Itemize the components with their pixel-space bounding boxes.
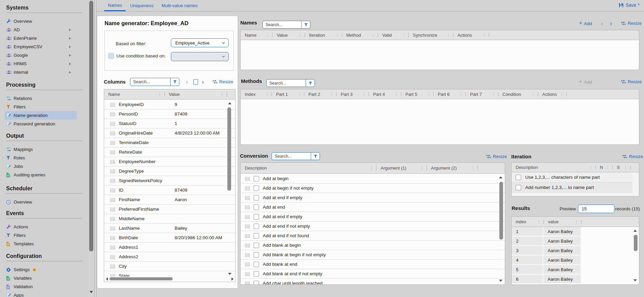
column-header-index[interactable]: Index⋮ — [241, 89, 272, 99]
conversion-scrollbar-thumb[interactable] — [499, 182, 503, 240]
conversion-search-input[interactable]: Search... — [272, 152, 320, 160]
drag-handle-icon[interactable] — [245, 272, 250, 276]
drag-handle-icon[interactable] — [245, 243, 250, 247]
drag-handle-icon[interactable] — [110, 236, 115, 240]
column-row-lastname[interactable]: LastName Bailey — [104, 224, 235, 233]
tab-names[interactable]: Names — [104, 0, 126, 11]
column-row-signednetworkpolicy[interactable]: SignedNetworkPolicy — [104, 176, 235, 186]
conversion-row[interactable]: Add char until length reached — [241, 279, 505, 284]
names-resize-button[interactable]: Resize — [621, 21, 642, 26]
sidebar-item-mappings[interactable]: Mappings — [5, 145, 77, 154]
sidebar-item-employeecsv[interactable]: EmployeeCSV — [5, 42, 77, 51]
column-header-name[interactable]: Name⋮ — [104, 89, 165, 99]
conversion-row[interactable]: Add blank at begin — [241, 241, 505, 250]
column-header-argument-2-[interactable]: Argument (2)⋮ — [427, 163, 478, 173]
sidebar-item-filters[interactable]: Filters — [5, 231, 77, 240]
column-header-condition[interactable]: Condition⋮ — [498, 89, 538, 99]
sidebar-scrollbar-thumb[interactable] — [89, 1, 93, 251]
filter-icon[interactable] — [170, 78, 179, 86]
drag-handle-icon[interactable] — [110, 217, 115, 221]
result-row[interactable]: 1 Aaron Bailey — [512, 227, 639, 237]
drag-handle-icon[interactable] — [110, 169, 115, 173]
column-header-method[interactable]: Method⋮ — [342, 30, 378, 40]
sidebar-item-edenprairie[interactable]: EdenPrairie — [5, 34, 77, 42]
iteration-row[interactable]: Add number 1,2,3,... to name part — [512, 182, 632, 193]
column-row-firstname[interactable]: FirstName Aaron — [104, 195, 235, 205]
conversion-checkbox[interactable] — [254, 186, 259, 191]
column-header-part-6[interactable]: Part 6⋮ — [434, 89, 466, 99]
column-menu-icon[interactable]: ⋮ — [420, 166, 424, 170]
column-menu-icon[interactable]: ⋮ — [158, 92, 162, 97]
column-row-id[interactable]: ID 87409 — [104, 186, 235, 195]
drag-handle-icon[interactable] — [245, 186, 250, 190]
results-scroll-up-icon[interactable] — [633, 230, 637, 232]
sidebar-scrollbar[interactable] — [88, 0, 95, 297]
column-header-s[interactable]: S⋮ — [613, 163, 631, 172]
sidebar-item-settings[interactable]: Settings — [5, 265, 77, 274]
column-row-originalhiredate[interactable]: OriginalHireDate 4/8/2023 12:00:00 AM — [104, 128, 235, 138]
column-menu-icon[interactable]: ⋮ — [482, 33, 486, 37]
drag-handle-icon[interactable] — [110, 264, 115, 268]
column-menu-icon[interactable]: ⋮ — [575, 220, 578, 224]
column-menu-icon[interactable]: ⋮ — [335, 33, 339, 37]
column-menu-icon[interactable]: ⋮ — [362, 92, 366, 97]
conversion-row[interactable]: Add at end if empty — [241, 212, 505, 222]
column-header-part-1[interactable]: Part 1⋮ — [272, 89, 304, 99]
drag-handle-icon[interactable] — [110, 150, 115, 154]
filter-icon[interactable] — [301, 21, 310, 28]
conversion-row[interactable]: Add at begin — [241, 174, 505, 184]
condition-select[interactable] — [171, 52, 229, 61]
column-menu-icon[interactable]: ⋮ — [589, 165, 593, 170]
drag-handle-icon[interactable] — [110, 179, 115, 183]
results-scroll-down-icon[interactable] — [633, 279, 637, 281]
conversion-checkbox[interactable] — [254, 281, 259, 285]
sidebar-scrollbar-down-icon[interactable] — [90, 291, 93, 293]
sidebar-item-overview[interactable]: Overview — [5, 198, 77, 206]
column-header-actions[interactable]: Actions⋮ — [453, 30, 489, 40]
drag-handle-icon[interactable] — [245, 205, 250, 209]
sidebar-splitter[interactable] — [94, 0, 96, 297]
conversion-checkbox[interactable] — [254, 205, 259, 210]
column-menu-icon[interactable]: ⋮ — [266, 33, 270, 37]
conversion-checkbox[interactable] — [254, 233, 259, 239]
use-condition-checkbox[interactable] — [108, 53, 114, 59]
columns-scrollbar-thumb[interactable] — [227, 107, 231, 191]
conversion-checkbox[interactable] — [254, 271, 259, 277]
sidebar-item-templates[interactable]: Templates — [5, 240, 77, 248]
preview-count-input[interactable]: 15 — [578, 205, 614, 213]
column-header-argument-1-[interactable]: Argument (1)⋮ — [376, 163, 427, 173]
methods-resize-button[interactable]: Resize — [621, 79, 642, 84]
sidebar-item-jobs[interactable]: Jobs — [5, 162, 77, 171]
column-header-value[interactable]: Value⋮ — [273, 30, 305, 40]
iteration-checkbox[interactable] — [516, 185, 521, 190]
column-menu-icon[interactable]: ⋮ — [297, 92, 301, 97]
column-menu-icon[interactable]: ⋮ — [492, 92, 495, 97]
column-row-preferredfirstname[interactable]: PreferredFirstName — [104, 205, 235, 214]
sidebar-item-filters[interactable]: Filters — [5, 103, 77, 111]
based-on-filter-select[interactable]: Employee_Active — [171, 38, 229, 47]
column-header-index[interactable]: index⋮ — [512, 217, 544, 227]
names-add-button[interactable]: + Add — [579, 21, 592, 26]
conversion-checkbox[interactable] — [254, 214, 259, 220]
sidebar-item-password-generation[interactable]: Password generation — [5, 120, 77, 128]
drag-handle-icon[interactable] — [110, 226, 115, 230]
sidebar-item-google[interactable]: Google — [5, 51, 77, 59]
columns-prev-button[interactable]: ‹ — [186, 79, 188, 85]
drag-handle-icon[interactable] — [110, 198, 115, 202]
filter-icon[interactable] — [311, 153, 320, 160]
column-header-part-5[interactable]: Part 5⋮ — [401, 89, 434, 99]
drag-handle-icon[interactable] — [245, 177, 250, 181]
drag-handle-icon[interactable] — [110, 141, 115, 145]
drag-handle-icon[interactable] — [110, 160, 115, 164]
conversion-row[interactable]: Add at end if not found — [241, 231, 505, 241]
sidebar-item-roles[interactable]: Roles — [5, 154, 77, 162]
conversion-scroll-down-icon[interactable] — [499, 280, 502, 282]
sidebar-item-hrms[interactable]: HRMS — [5, 59, 77, 68]
sidebar-item-auditing-queries[interactable]: Auditing queries — [5, 171, 77, 179]
columns-hscrollbar-thumb[interactable] — [110, 277, 173, 280]
column-menu-icon[interactable]: ⋮ — [298, 33, 302, 37]
drag-handle-icon[interactable] — [245, 215, 250, 219]
column-menu-icon[interactable]: ⋮ — [624, 165, 628, 170]
column-header-part-7[interactable]: Part 7⋮ — [466, 89, 498, 99]
column-header-iteration[interactable]: Iteration⋮ — [305, 30, 342, 40]
